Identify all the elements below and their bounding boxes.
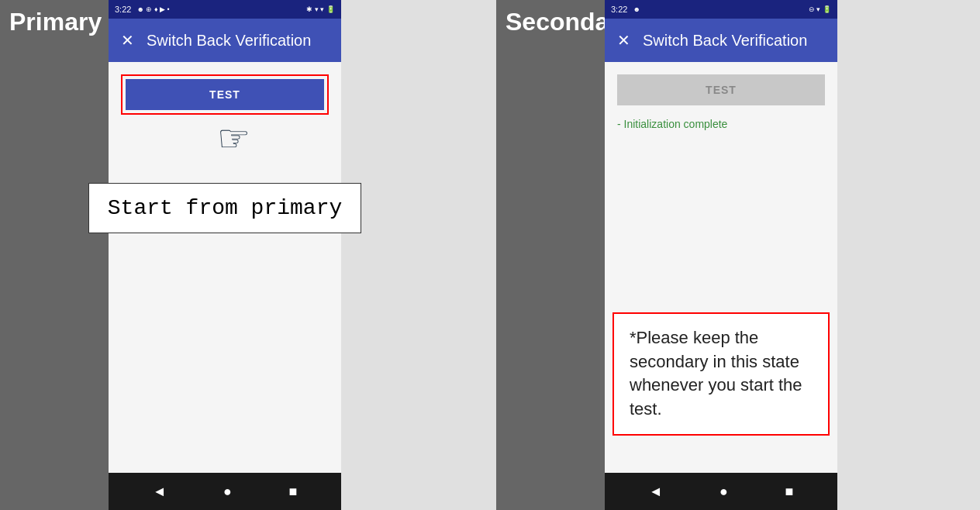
- secondary-label: Secondary: [496, 0, 605, 510]
- primary-home-button[interactable]: ●: [223, 484, 232, 500]
- secondary-content: TEST - Initialization complete *Please k…: [605, 62, 837, 473]
- secondary-close-icon[interactable]: ✕: [617, 31, 630, 50]
- primary-time: 3:22: [115, 5, 131, 14]
- primary-text-box: Start from primary: [88, 183, 361, 233]
- secondary-init-text: - Initialization complete: [617, 118, 727, 130]
- secondary-time: 3:22: [611, 5, 627, 14]
- secondary-panel: Secondary 3:22 ☻ ⊖ ▾ 🔋 ✕ Switch Back Ver…: [496, 0, 980, 510]
- primary-phone-frame: 3:22 ☻ ⊕ ♦ ▶ • ✱ ▾ ▾ 🔋 ✕ Switch Back Ver…: [109, 0, 341, 510]
- secondary-note-box: *Please keep the secondary in this state…: [612, 312, 830, 436]
- secondary-app-bar-title: Switch Back Verification: [643, 32, 807, 50]
- secondary-app-bar: ✕ Switch Back Verification: [605, 19, 837, 62]
- primary-status-bar: 3:22 ☻ ⊕ ♦ ▶ • ✱ ▾ ▾ 🔋: [109, 0, 341, 19]
- primary-test-button[interactable]: TEST: [126, 79, 324, 110]
- primary-back-button[interactable]: ◄: [153, 484, 167, 500]
- primary-status-right: ✱ ▾ ▾ 🔋: [306, 5, 335, 13]
- secondary-test-button[interactable]: TEST: [617, 74, 825, 105]
- secondary-status-left: 3:22 ☻: [611, 5, 640, 14]
- primary-label-text: Primary: [9, 8, 102, 36]
- secondary-back-button[interactable]: ◄: [649, 484, 663, 500]
- primary-close-icon[interactable]: ✕: [121, 31, 134, 50]
- primary-content: TEST ☞ Start from primary: [109, 62, 341, 473]
- primary-panel: Primary 3:22 ☻ ⊕ ♦ ▶ • ✱ ▾ ▾ 🔋 ✕ Switch …: [0, 0, 496, 510]
- primary-nav-bar: ◄ ● ■: [109, 473, 341, 510]
- secondary-status-right: ⊖ ▾ 🔋: [809, 5, 831, 13]
- primary-label: Primary: [0, 0, 109, 510]
- cursor-hand-icon: ☞: [217, 116, 250, 160]
- secondary-phone-frame: 3:22 ☻ ⊖ ▾ 🔋 ✕ Switch Back Verification …: [605, 0, 837, 510]
- secondary-note-text: *Please keep the secondary in this state…: [630, 328, 802, 419]
- primary-app-bar-title: Switch Back Verification: [147, 32, 311, 50]
- secondary-status-bar: 3:22 ☻ ⊖ ▾ 🔋: [605, 0, 837, 19]
- secondary-nav-bar: ◄ ● ■: [605, 473, 837, 510]
- secondary-recents-button[interactable]: ■: [785, 484, 793, 500]
- primary-test-btn-wrapper: TEST: [121, 74, 329, 115]
- secondary-home-button[interactable]: ●: [719, 484, 728, 500]
- primary-status-left: 3:22 ☻ ⊕ ♦ ▶ •: [115, 5, 170, 14]
- primary-text-content: Start from primary: [108, 196, 342, 220]
- secondary-right-space: [837, 0, 980, 510]
- primary-recents-button[interactable]: ■: [288, 484, 297, 500]
- primary-app-bar: ✕ Switch Back Verification: [109, 19, 341, 62]
